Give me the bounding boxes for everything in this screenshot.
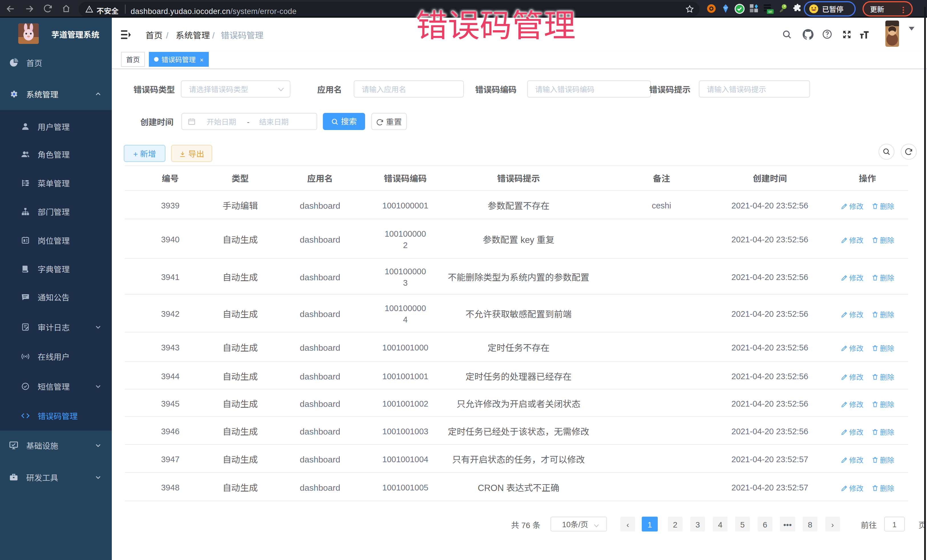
svg-text:on: on — [768, 10, 772, 14]
